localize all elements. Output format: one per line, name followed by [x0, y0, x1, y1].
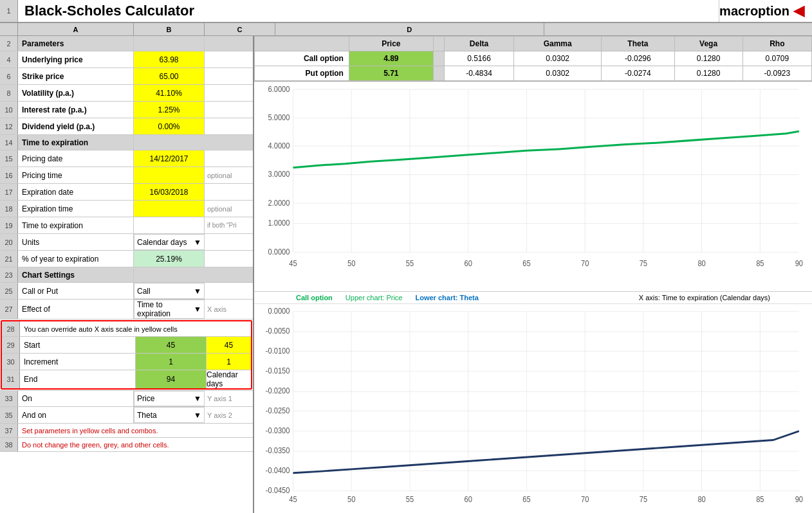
svg-text:-0.0400: -0.0400: [266, 465, 290, 474]
svg-text:50: 50: [347, 258, 356, 268]
row-params-header: 2 Parameters: [0, 36, 253, 51]
call-put-arrow: ▼: [194, 287, 201, 296]
end-val-c: Calendar days: [207, 370, 251, 388]
dividend-yield-label: Dividend yield (p.a.): [18, 118, 134, 134]
time-to-exp-value: [134, 217, 205, 233]
pricing-date-label: Pricing date: [18, 150, 134, 166]
row-time-header: 14 Time to expiration: [0, 135, 253, 150]
col-header-right: [544, 23, 813, 35]
row-call-put: 25 Call or Put Call ▼: [0, 283, 253, 300]
upper-chart-area: 6.0000 5.0000 4.0000 3.0000 2.0000 1.000…: [254, 82, 812, 292]
call-vega: 0.1280: [674, 51, 743, 66]
expiration-date-value[interactable]: 16/03/2018: [134, 184, 205, 200]
pricing-date-value[interactable]: 14/12/2017: [134, 150, 205, 166]
volatility-value[interactable]: 41.10%: [134, 85, 205, 101]
rnum-2: 2: [0, 36, 18, 51]
rnum-38: 38: [0, 438, 18, 451]
rnum-30: 30: [2, 354, 20, 370]
interest-rate-value[interactable]: 1.25%: [134, 102, 205, 118]
svg-text:65: 65: [522, 494, 531, 504]
time-to-exp-label: Time to expiration: [18, 217, 134, 233]
and-on-label: And on: [18, 407, 134, 423]
end-val-b: 94: [136, 370, 207, 388]
expiration-time-label: Expiration time: [18, 201, 134, 217]
svg-text:3.0000: 3.0000: [268, 169, 290, 179]
row-units: 20 Units Calendar days ▼: [0, 234, 253, 251]
svg-text:55: 55: [406, 258, 414, 268]
rnum-37: 37: [0, 424, 18, 437]
call-rho: 0.0709: [743, 51, 811, 66]
units-dropdown-arrow: ▼: [194, 238, 201, 247]
row-set-params-note: 37 Set parameters in yellow cells and co…: [0, 424, 253, 438]
svg-text:70: 70: [581, 258, 589, 268]
row-pricing-time: 16 Pricing time optional: [0, 167, 253, 184]
data-table-area: Price Delta Gamma Theta Vega Rho Call op…: [254, 36, 812, 82]
svg-text:75: 75: [640, 258, 648, 268]
svg-text:-0.0450: -0.0450: [266, 485, 290, 495]
svg-text:50: 50: [347, 494, 356, 504]
row-pct-year: 21 % of year to expiration 25.19%: [0, 251, 253, 267]
svg-text:1.0000: 1.0000: [268, 218, 290, 228]
rnum-19: 19: [0, 217, 18, 233]
dividend-yield-value[interactable]: 0.00%: [134, 118, 205, 134]
th-blank: [255, 37, 349, 51]
underlying-price-value[interactable]: 63.98: [134, 51, 205, 68]
on-dropdown[interactable]: Price ▼: [134, 391, 205, 406]
rnum-16: 16: [0, 167, 18, 183]
units-dropdown[interactable]: Calendar days ▼: [134, 234, 205, 250]
col-header-b: B: [134, 23, 205, 35]
svg-text:75: 75: [640, 494, 648, 504]
start-val-c[interactable]: 45: [207, 337, 251, 353]
pct-year-value: 25.19%: [134, 251, 205, 267]
increment-val-c[interactable]: 1: [207, 354, 251, 370]
svg-text:-0.0250: -0.0250: [266, 405, 290, 415]
rnum-15: 15: [0, 150, 18, 166]
call-delta: 0.5166: [444, 51, 514, 66]
pricing-time-label: Pricing time: [18, 167, 134, 183]
effect-of-dropdown[interactable]: Time to expiration ▼: [134, 300, 205, 319]
svg-text:5.0000: 5.0000: [268, 113, 290, 122]
svg-text:-0.0150: -0.0150: [266, 366, 290, 375]
strike-price-value[interactable]: 65.00: [134, 68, 205, 84]
rnum-33: 33: [0, 391, 18, 406]
rnum-4: 4: [0, 51, 18, 68]
put-price: 5.71: [349, 66, 433, 81]
svg-text:0.0000: 0.0000: [268, 306, 290, 316]
rnum-18: 18: [0, 201, 18, 217]
on-arrow: ▼: [194, 394, 201, 403]
chart-settings-label: Chart Settings: [18, 267, 134, 282]
svg-text:4.0000: 4.0000: [268, 141, 290, 150]
and-on-extra: Y axis 2: [205, 407, 253, 423]
expiration-time-optional: optional: [205, 201, 253, 217]
svg-text:65: 65: [522, 258, 531, 268]
svg-text:45: 45: [289, 494, 297, 504]
th-price: Price: [349, 37, 433, 51]
call-theta: -0.0296: [602, 51, 674, 66]
increment-val-b: 1: [136, 354, 207, 370]
lower-chart-svg: 0.0000 -0.0050 -0.0100 -0.0150 -0.0200 -…: [254, 304, 812, 514]
axis-scale-group: 28 You can override auto X axis scale in…: [1, 320, 252, 390]
effect-of-label: Effect of: [18, 300, 134, 319]
row-and-on: 35 And on Theta ▼ Y axis 2: [0, 407, 253, 424]
svg-text:45: 45: [289, 258, 297, 268]
row-no-change-note: 38 Do not change the green, grey, and ot…: [0, 438, 253, 452]
call-put-dropdown[interactable]: Call ▼: [134, 283, 205, 299]
and-on-dropdown[interactable]: Theta ▼: [134, 407, 205, 423]
call-row: Call option 4.89 0.5166 0.0302 -0.0296 0…: [255, 51, 812, 66]
expiration-time-value[interactable]: [134, 201, 205, 217]
pricing-time-value[interactable]: [134, 167, 205, 183]
column-headers: A B C D: [0, 23, 812, 36]
logo-arrow-icon: ◀: [793, 3, 804, 19]
svg-text:70: 70: [581, 494, 589, 504]
svg-text:60: 60: [465, 494, 473, 504]
rnum-12: 12: [0, 118, 18, 134]
app-title: Black-Scholes Calculator: [18, 0, 719, 22]
call-gamma: 0.0302: [514, 51, 602, 66]
row-expiration-time: 18 Expiration time optional: [0, 201, 253, 217]
col-header-num: [0, 23, 18, 35]
put-gamma: 0.0302: [514, 66, 602, 81]
put-vega: 0.1280: [674, 66, 743, 81]
params-label: Parameters: [18, 36, 134, 51]
put-rho: -0.0923: [743, 66, 811, 81]
end-label: End: [20, 370, 136, 388]
